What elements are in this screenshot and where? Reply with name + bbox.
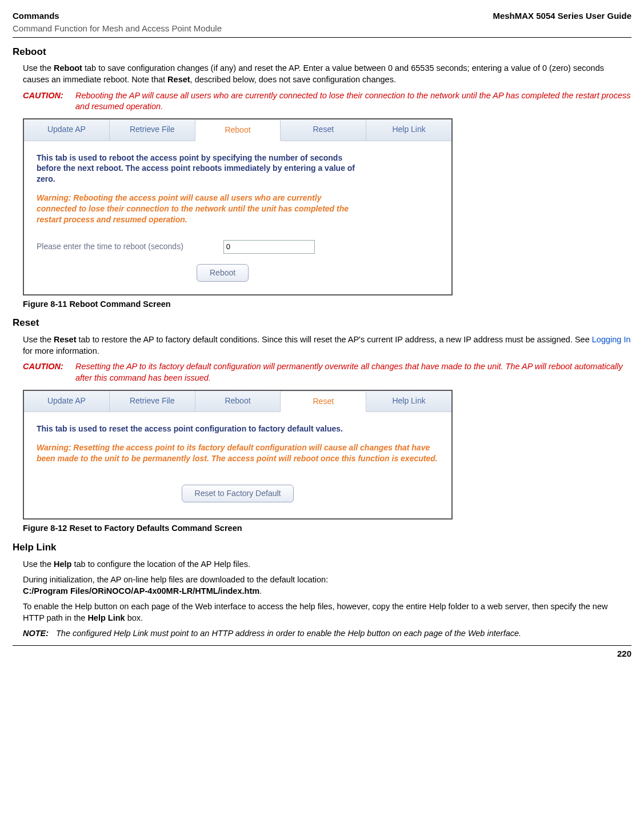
text: tab to restore the AP to factory default… xyxy=(77,335,592,344)
text: During initialization, the AP on-line he… xyxy=(23,575,328,584)
help-p2: During initialization, the AP on-line he… xyxy=(23,574,631,597)
tab-help-link[interactable]: Help Link xyxy=(366,391,451,412)
text: . xyxy=(259,586,262,596)
caution-label: CAUTION: xyxy=(23,361,75,383)
tab-help-link[interactable]: Help Link xyxy=(366,119,451,141)
caution-text: Rebooting the AP will cause all users wh… xyxy=(75,90,631,113)
section-title-reset: Reset xyxy=(13,317,631,330)
logging-in-link[interactable]: Logging In xyxy=(592,335,631,344)
tab-update-ap[interactable]: Update AP xyxy=(24,119,110,141)
help-p3: To enable the Help button on each page o… xyxy=(23,601,631,624)
tab-reboot[interactable]: Reboot xyxy=(195,120,281,141)
text: Use the xyxy=(23,335,54,344)
text: Use the xyxy=(23,63,54,73)
reset-paragraph: Use the Reset tab to restore the AP to f… xyxy=(23,334,631,357)
note-text: The configured Help Link must point to a… xyxy=(56,628,631,640)
tab-reset[interactable]: Reset xyxy=(281,119,366,141)
bold-text: Help Link xyxy=(87,613,125,622)
bold-text: Reset xyxy=(54,335,77,344)
text: , described below, does not save configu… xyxy=(190,75,396,84)
help-p1: Use the Help tab to configure the locati… xyxy=(23,559,631,570)
figure-caption-reset: Figure 8-12 Reset to Factory Defaults Co… xyxy=(23,523,631,534)
header-left: Commands xyxy=(13,10,59,22)
tab-retrieve-file[interactable]: Retrieve File xyxy=(110,391,195,412)
figure-caption-reboot: Figure 8-11 Reboot Command Screen xyxy=(23,299,631,310)
page-number: 220 xyxy=(13,648,631,660)
reset-warning: Warning: Resetting the access point to i… xyxy=(37,442,439,464)
caution-text: Resetting the AP to its factory default … xyxy=(75,361,631,383)
header-right: MeshMAX 5054 Series User Guide xyxy=(493,10,631,22)
caution-label: CAUTION: xyxy=(23,90,75,113)
reboot-caution: CAUTION: Rebooting the AP will cause all… xyxy=(23,90,631,113)
reboot-button[interactable]: Reboot xyxy=(197,264,249,282)
section-title-reboot: Reboot xyxy=(13,46,631,59)
reboot-seconds-input[interactable] xyxy=(223,240,315,254)
reboot-warning: Warning: Rebooting the access point will… xyxy=(37,193,357,225)
reboot-desc: This tab is used to reboot the access po… xyxy=(37,153,357,185)
footer-rule xyxy=(13,645,631,646)
reset-caution: CAUTION: Resetting the AP to its factory… xyxy=(23,361,631,383)
tab-update-ap[interactable]: Update AP xyxy=(24,391,110,412)
text: box. xyxy=(125,613,143,622)
text: for more information. xyxy=(23,346,99,355)
bold-text: Help xyxy=(54,560,71,569)
bold-text: Reset xyxy=(167,75,190,84)
reboot-screenshot: Update AP Retrieve File Reboot Reset Hel… xyxy=(23,118,453,295)
reset-tabbar: Update AP Retrieve File Reboot Reset Hel… xyxy=(24,391,451,413)
reset-desc: This tab is used to reset the access poi… xyxy=(37,424,439,434)
reboot-tabbar: Update AP Retrieve File Reboot Reset Hel… xyxy=(24,119,451,141)
reset-screenshot: Update AP Retrieve File Reboot Reset Hel… xyxy=(23,390,453,520)
reboot-paragraph: Use the Reboot tab to save configuration… xyxy=(23,63,631,85)
reset-factory-button[interactable]: Reset to Factory Default xyxy=(182,485,294,502)
header-rule xyxy=(13,37,631,38)
header-subtitle: Command Function for Mesh and Access Poi… xyxy=(13,23,631,34)
tab-retrieve-file[interactable]: Retrieve File xyxy=(110,119,195,141)
text: Use the xyxy=(23,560,54,569)
tab-reset[interactable]: Reset xyxy=(281,391,366,413)
bold-text: Reboot xyxy=(54,63,82,73)
text: tab to configure the location of the AP … xyxy=(71,560,250,569)
tab-reboot[interactable]: Reboot xyxy=(195,391,281,412)
note-label: NOTE: xyxy=(23,628,56,640)
help-note: NOTE: The configured Help Link must poin… xyxy=(23,628,631,640)
section-title-help: Help Link xyxy=(13,541,631,554)
bold-text: C:/Program Files/ORiNOCO/AP-4x00MR-LR/HT… xyxy=(23,586,259,596)
reboot-prompt-label: Please enter the time to reboot (seconds… xyxy=(37,241,183,252)
